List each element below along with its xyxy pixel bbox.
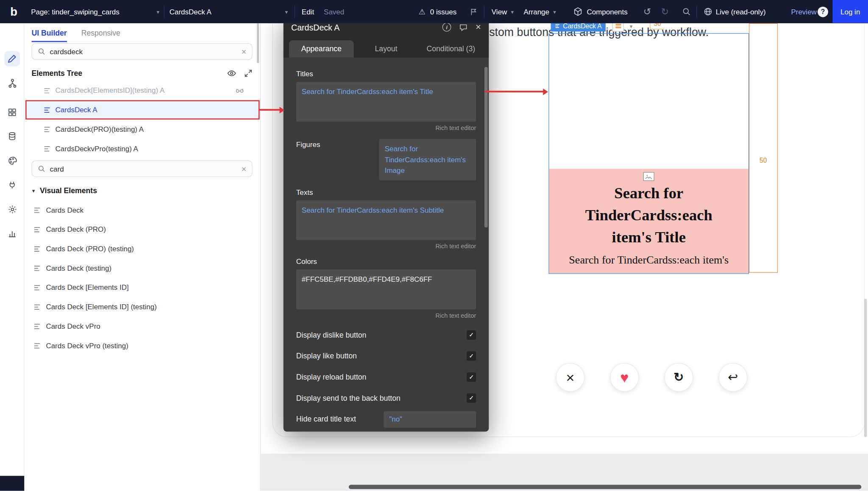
top-toolbar: b Page: tinder_swiping_cards ▾ CardsDeck…	[0, 0, 868, 23]
element-icon	[43, 106, 51, 114]
design-tab[interactable]	[4, 51, 20, 67]
tree-item[interactable]: CardsDeck[ElementsID](testing) A	[24, 81, 261, 100]
tree-item-selected[interactable]: CardsDeck A	[25, 100, 259, 119]
measure-right-value: 50	[760, 157, 767, 164]
eye-icon[interactable]	[227, 68, 236, 78]
list-item[interactable]: Cards Deck [Elements ID]	[24, 278, 261, 297]
checkbox-row: Display send to the back button ✓	[296, 393, 476, 402]
plugins-tab[interactable]	[6, 178, 19, 191]
page-selector[interactable]: Page: tinder_swiping_cards ▾	[31, 0, 159, 23]
comment-icon[interactable]	[459, 23, 468, 31]
list-item-label: Cards Deck (PRO)	[46, 225, 106, 234]
rich-text-editor-link[interactable]: Rich text editor	[296, 312, 476, 319]
preview-button[interactable]: Preview	[791, 0, 816, 23]
send-to-back-button[interactable]: ↩	[718, 363, 747, 392]
element-selector-label: CardsDeck A	[170, 8, 211, 16]
redo-button[interactable]: ↻	[661, 0, 669, 23]
list-item[interactable]: Cards Deck vPro	[24, 316, 261, 336]
tab-layout[interactable]: Layout	[354, 40, 419, 57]
text-property-row: Hide card title text "no"	[296, 411, 476, 427]
search-icon[interactable]	[682, 0, 691, 23]
undo-button[interactable]: ↺	[643, 0, 651, 23]
tree-item-label: CardsDeckvPro(testing) A	[56, 144, 138, 153]
view-menu[interactable]: View ▾	[492, 0, 514, 23]
texts-input[interactable]: Search for TinderCardss:each item's Subt…	[296, 200, 476, 240]
login-button[interactable]: Log in	[832, 0, 868, 23]
globe-icon	[704, 0, 712, 23]
bubble-logo[interactable]: b	[6, 0, 22, 23]
element-icon	[33, 283, 41, 291]
chevron-down-icon: ▾	[285, 8, 288, 14]
annotation-arrow	[259, 109, 280, 111]
tree-item[interactable]: CardsDeck(PRO)(testing) A	[24, 119, 261, 139]
list-item[interactable]: Cards Deck (PRO)	[24, 220, 261, 239]
grid-icon	[8, 108, 17, 117]
property-input[interactable]: "no"	[384, 411, 476, 427]
panel-scrollbar[interactable]	[257, 23, 259, 63]
like-button[interactable]: ♥	[610, 363, 639, 392]
x-icon: ×	[566, 369, 574, 386]
help-button[interactable]: ?	[818, 0, 828, 23]
edit-menu[interactable]: Edit	[302, 0, 314, 23]
list-item[interactable]: Cards Deck [Elements ID] (testing)	[24, 297, 261, 316]
reload-button[interactable]: ↻	[664, 363, 693, 392]
components-label: Components	[587, 8, 627, 16]
settings-tab[interactable]	[6, 203, 19, 216]
checkbox-label: Display send to the back button	[296, 394, 401, 402]
chevron-down-icon: ▾	[511, 8, 514, 14]
checkbox-checked[interactable]: ✓	[467, 330, 476, 339]
expand-icon[interactable]	[244, 69, 253, 78]
tree-item-label: CardsDeck[ElementsID](testing) A	[56, 86, 165, 95]
clear-icon[interactable]: ×	[242, 47, 246, 56]
element-selector[interactable]: CardsDeck A ▾	[170, 0, 288, 23]
dislike-button[interactable]: ×	[556, 363, 584, 392]
workflow-tab[interactable]	[6, 76, 19, 89]
flag-icon[interactable]	[470, 0, 478, 23]
property-editor-tabs: Appearance Layout Conditional (3)	[284, 37, 489, 58]
tab-responsive[interactable]: Responsive	[81, 27, 120, 42]
tab-ui-builder[interactable]: UI Builder	[31, 27, 67, 42]
tab-appearance[interactable]: Appearance	[289, 40, 354, 57]
components-button[interactable]: Components	[573, 0, 628, 23]
titles-input[interactable]: Search for TinderCardss:each item's Titl…	[296, 82, 476, 122]
checkbox-row: Display reload button ✓	[296, 372, 476, 381]
element-icon	[33, 322, 41, 330]
layers-tab[interactable]	[6, 105, 19, 119]
styles-tab[interactable]	[6, 154, 19, 167]
horizontal-scrollbar[interactable]	[349, 485, 861, 489]
element-icon	[33, 225, 41, 233]
list-item[interactable]: Cards Deck (testing)	[24, 258, 261, 278]
divider	[164, 6, 164, 18]
tree-item-label: CardsDeck A	[56, 105, 97, 114]
rich-text-editor-link[interactable]: Rich text editor	[296, 243, 476, 250]
list-item[interactable]: Cards Deck	[24, 200, 261, 220]
arrange-menu[interactable]: Arrange ▾	[524, 0, 556, 23]
checkbox-checked[interactable]: ✓	[467, 351, 476, 361]
tab-conditional[interactable]: Conditional (3)	[418, 40, 483, 57]
checkbox-row: Display dislike button ✓	[296, 330, 476, 339]
figures-input[interactable]: Search for TinderCardss:each item's Imag…	[379, 139, 476, 180]
list-item[interactable]: Cards Deck (PRO) (testing)	[24, 239, 261, 258]
list-item-label: Cards Deck vPro	[46, 322, 100, 330]
info-icon[interactable]: i	[442, 23, 451, 32]
checkbox-checked[interactable]: ✓	[467, 372, 476, 381]
chevron-down-icon: ▾	[157, 8, 160, 14]
environment-selector[interactable]: Live (read-only)	[716, 0, 766, 23]
data-tab[interactable]	[6, 130, 19, 143]
tree-item[interactable]: CardsDeckvPro(testing) A	[24, 139, 261, 158]
clear-icon[interactable]: ×	[242, 164, 246, 173]
elements-search-input[interactable]: cardsdeck ×	[31, 43, 252, 60]
visual-elements-header[interactable]: ▾ Visual Elements	[32, 183, 97, 198]
issues-indicator[interactable]: 0 issues	[430, 0, 456, 23]
list-item[interactable]: Cards Deck vPro (testing)	[24, 336, 261, 355]
logs-tab[interactable]	[6, 227, 19, 240]
element-badge-label: CardsDeck A	[563, 22, 601, 30]
checkbox-checked[interactable]: ✓	[467, 393, 476, 402]
colors-input[interactable]: #FFC5BE,#FFDBB0,#FFD4E9,#F8C6FF	[296, 269, 476, 309]
rich-text-editor-link[interactable]: Rich text editor	[296, 125, 476, 131]
hidden-icon[interactable]	[235, 86, 244, 94]
texts-label: Texts	[296, 188, 476, 196]
library-search-input[interactable]: card ×	[31, 161, 252, 177]
vertical-scrollbar[interactable]	[864, 299, 867, 437]
element-selection-outline[interactable]	[548, 33, 749, 274]
